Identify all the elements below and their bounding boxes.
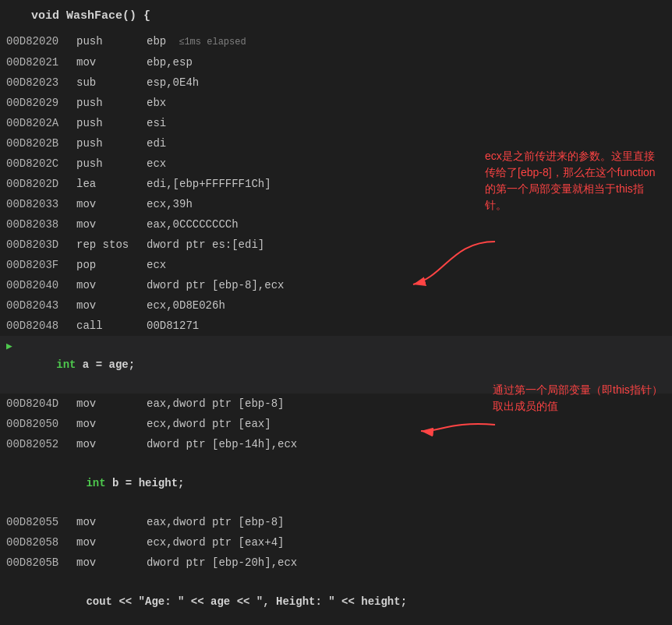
asm-addr: 00D82052 — [6, 435, 76, 454]
asm-line: 00D82020pushebp≤1ms elapsed — [0, 31, 672, 52]
asm-operands: ecx — [147, 154, 166, 173]
asm-line: 00D8204Dmoveax,dword ptr [ebp-8] — [0, 394, 672, 414]
asm-operands: 00D81271 — [147, 316, 199, 335]
asm-line: 00D82040movdword ptr [ebp-8],ecx — [0, 275, 672, 295]
asm-addr: 00D82021 — [6, 53, 76, 72]
asm-operands: esi — [147, 114, 166, 132]
asm-mnemonic: mov — [76, 276, 147, 295]
asm-operands: dword ptr es:[edi] — [147, 235, 264, 254]
asm-operands: dword ptr [ebp-14h],ecx — [147, 435, 297, 454]
function-header: void WashFace() { — [0, 5, 672, 28]
asm-line: 00D82055moveax,dword ptr [ebp-8] — [0, 512, 672, 532]
asm-line: 00D82029pushebx — [0, 93, 672, 113]
asm-mnemonic: mov — [76, 553, 147, 572]
asm-line: 00D82050movecx,dword ptr [eax] — [0, 414, 672, 434]
asm-line: 00D8202Apushesi — [0, 113, 672, 133]
asm-operands: ecx,dword ptr [eax+4] — [147, 533, 284, 552]
asm-operands: dword ptr [ebp-8],ecx — [147, 276, 284, 295]
asm-mnemonic: push — [76, 114, 147, 132]
source-line-2: int b = height; — [0, 454, 672, 512]
asm-addr: 00D8204D — [6, 394, 76, 413]
asm-line: 00D8205Bmovdword ptr [ebp-20h],ecx — [0, 553, 672, 573]
function-header-text: void WashFace() { — [31, 5, 150, 27]
asm-addr: 00D8202B — [6, 134, 76, 153]
asm-line: 00D82052movdword ptr [ebp-14h],ecx — [0, 434, 672, 454]
keyword-int-2: int — [86, 477, 105, 489]
asm-mnemonic: mov — [76, 215, 147, 234]
asm-addr: 00D82055 — [6, 513, 76, 531]
asm-line: 00D8202Bpushedi — [0, 133, 672, 154]
asm-operands: ecx,dword ptr [eax] — [147, 415, 271, 433]
asm-line: 00D82021movebp,esp — [0, 52, 672, 72]
asm-operands: eax,dword ptr [ebp-8] — [147, 394, 284, 413]
asm-operands: ecx,0D8E026h — [147, 296, 225, 315]
asm-operands: ecx,39h — [147, 195, 193, 214]
asm-addr: 00D8203F — [6, 256, 76, 274]
asm-addr: 00D82040 — [6, 276, 76, 295]
asm-operands: dword ptr [ebp-20h],ecx — [147, 553, 297, 572]
asm-addr: 00D82029 — [6, 94, 76, 112]
asm-lines-top: 00D82020pushebp≤1ms elapsed00D82021moveb… — [0, 31, 672, 336]
asm-addr: 00D82058 — [6, 533, 76, 552]
asm-mnemonic: pop — [76, 256, 147, 274]
asm-operands: eax,0CCCCCCCCh — [147, 215, 239, 234]
asm-line: 00D82033movecx,39h — [0, 194, 672, 214]
asm-mnemonic: push — [76, 94, 147, 112]
asm-operands: edi,[ebp+FFFFFF1Ch] — [147, 175, 271, 193]
asm-line: 00D8203Drep stosdword ptr es:[edi] — [0, 235, 672, 255]
asm-mnemonic: push — [76, 154, 147, 173]
asm-line: 00D82048call00D81271 — [0, 316, 672, 336]
asm-mnemonic: mov — [76, 415, 147, 433]
asm-line: 00D8203Fpopecx — [0, 255, 672, 275]
asm-addr: 00D8202C — [6, 154, 76, 173]
asm-addr: 00D8203D — [6, 235, 76, 254]
asm-lines-mid: 00D8204Dmoveax,dword ptr [ebp-8]00D82050… — [0, 394, 672, 454]
asm-mnemonic: push — [76, 134, 147, 153]
asm-lines-bot: 00D82055moveax,dword ptr [ebp-8]00D82058… — [0, 512, 672, 573]
source-2-rest: b = height; — [106, 477, 185, 489]
source-line-3-text: cout << "Age: " << age << ", Height: " <… — [47, 574, 407, 625]
asm-mnemonic: sub — [76, 73, 147, 92]
source-line-3: cout << "Age: " << age << ", Height: " <… — [0, 573, 672, 625]
asm-mnemonic: mov — [76, 394, 147, 413]
asm-addr: 00D8202A — [6, 114, 76, 132]
asm-addr: 00D82023 — [6, 73, 76, 92]
asm-addr: 00D82033 — [6, 195, 76, 214]
asm-operands: esp,0E4h — [147, 73, 199, 92]
source-line-1-text: int a = age; — [17, 337, 135, 393]
asm-operands: ebp — [147, 32, 166, 51]
asm-addr: 00D82038 — [6, 215, 76, 234]
asm-line: 00D8202Dleaedi,[ebp+FFFFFF1Ch] — [0, 174, 672, 194]
asm-operands: edi — [147, 134, 166, 153]
asm-addr: 00D8202D — [6, 175, 76, 193]
asm-mnemonic: mov — [76, 53, 147, 72]
asm-addr: 00D82043 — [6, 296, 76, 315]
asm-mnemonic: lea — [76, 175, 147, 193]
asm-mnemonic: rep stos — [76, 235, 147, 254]
asm-mnemonic: push — [76, 32, 147, 51]
keyword-int-1: int — [56, 358, 76, 371]
asm-comment: ≤1ms elapsed — [179, 33, 246, 51]
asm-line: 00D8202Cpushecx — [0, 154, 672, 174]
source-line-2-text: int b = height; — [47, 455, 184, 511]
asm-operands: ebx — [147, 94, 166, 112]
asm-operands: ebp,esp — [147, 53, 193, 72]
asm-line: 00D82038moveax,0CCCCCCCCh — [0, 214, 672, 235]
asm-mnemonic: call — [76, 316, 147, 335]
code-container: void WashFace() { 00D82020pushebp≤1ms el… — [0, 0, 672, 625]
asm-addr: 00D82048 — [6, 316, 76, 335]
asm-operands: eax,dword ptr [ebp-8] — [147, 513, 284, 531]
source-1-rest: a = age; — [76, 358, 135, 371]
active-arrow-icon: ▶ — [6, 337, 12, 356]
asm-mnemonic: mov — [76, 296, 147, 315]
asm-line: 00D82023subesp,0E4h — [0, 72, 672, 93]
asm-mnemonic: mov — [76, 435, 147, 454]
asm-addr: 00D82020 — [6, 32, 76, 51]
asm-line: 00D82058movecx,dword ptr [eax+4] — [0, 532, 672, 553]
asm-mnemonic: mov — [76, 513, 147, 531]
source-line-1: ▶ int a = age; — [0, 336, 672, 394]
asm-mnemonic: mov — [76, 533, 147, 552]
asm-addr: 00D82050 — [6, 415, 76, 433]
asm-addr: 00D8205B — [6, 553, 76, 572]
asm-mnemonic: mov — [76, 195, 147, 214]
